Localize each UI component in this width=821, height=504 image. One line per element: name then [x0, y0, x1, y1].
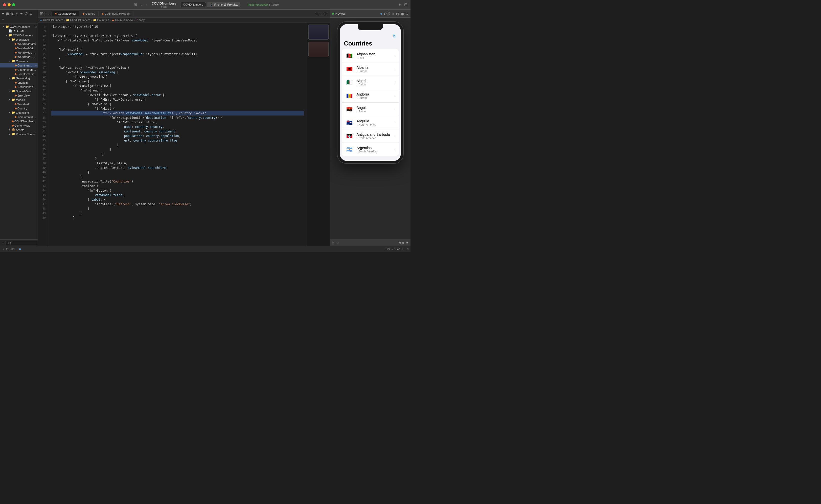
warning-icon[interactable]: △: [15, 11, 19, 16]
maximize-button[interactable]: [12, 3, 15, 6]
mini-thumb-1[interactable]: [308, 25, 329, 40]
sidebar-item-worldwide-folder[interactable]: ▾ 📁 Worldwide: [0, 37, 38, 42]
preview-list-icon[interactable]: ≡: [336, 241, 338, 244]
assets-label: Assets: [16, 128, 37, 131]
fullscreen-icon[interactable]: ⊞: [325, 12, 328, 16]
sidebar-item-covidapp[interactable]: ◆ COVIDNumbersApp: [0, 119, 38, 123]
sidebar-item-contentview[interactable]: ◆ ContentView: [0, 123, 38, 128]
sidebar-item-sharedview[interactable]: ▾ 📁 SharedView: [0, 89, 38, 93]
breadcrumb-countries[interactable]: Countries: [97, 18, 109, 21]
phone-country-item[interactable]: 🇦🇫 Afghanistan ↓ Asia ›: [342, 49, 399, 62]
sidebar-item-assets[interactable]: ▶ 📦 Assets: [0, 128, 38, 132]
sidebar-item-networking[interactable]: ▾ 📁 Networking: [0, 76, 38, 80]
tab-countriesviewmodel[interactable]: ◆ CountriesViewModel: [99, 11, 134, 16]
sidebar-item-networkmanager[interactable]: ◆ NetworkManager: [0, 85, 38, 89]
layout-icon[interactable]: ⊞: [404, 2, 407, 7]
sidebar-item-worldwideviewmodel[interactable]: ◆ WorldwideViewModel: [0, 46, 38, 50]
preview-inspect-icon[interactable]: ⓘ: [386, 11, 390, 16]
phone-country-item[interactable]: 🇦🇱 Albania ↓ Europe ›: [342, 62, 399, 76]
worldwideview-label: WorldwideView: [17, 42, 37, 45]
source-icon[interactable]: ⊗: [29, 11, 33, 16]
sidebar-item-models[interactable]: ▾ 📁 Models: [0, 98, 38, 102]
country-info: Antigua and Barbuda ↓ North America: [357, 132, 392, 140]
status-add-icon[interactable]: ＋: [2, 247, 5, 251]
sidebar-item-worldwidelistrow[interactable]: ◆ WorldwideListRow: [0, 55, 38, 59]
back-button[interactable]: ‹: [141, 3, 142, 7]
build-status: Build Succeeded | 0.039s: [247, 3, 279, 6]
sidebar-item-countries-folder[interactable]: ▾ 📁 Countries: [0, 59, 38, 63]
search-icon[interactable]: ⊕: [10, 11, 14, 16]
phone-top-bar: ↻: [340, 31, 401, 39]
breadcrumb-covidnumbers2[interactable]: COVIDNumbers: [70, 18, 90, 21]
add-icon[interactable]: ＋: [398, 2, 402, 7]
phone-country-item[interactable]: 🇦🇬 Antigua and Barbuda ↓ North America ›: [342, 129, 399, 143]
sidebar-item-worldwideview[interactable]: ◆ WorldwideView: [0, 42, 38, 46]
sidebar-item-countriesview[interactable]: ◆ CountriesView M: [0, 63, 38, 67]
readme-label: README: [13, 30, 37, 33]
breadcrumb-body[interactable]: body: [139, 18, 145, 21]
countriesviewmodel-tab-icon: ◆: [102, 12, 104, 15]
country-info: Algeria ↓ Africa: [357, 79, 392, 86]
tab-covidnumbers[interactable]: COVIDNumbers: [180, 2, 206, 7]
phone-country-item[interactable]: 🇦🇮 Anguilla ↓ North America ›: [342, 116, 399, 129]
sidebar-item-countrieslistrow[interactable]: ◆ CountriesListRow: [0, 72, 38, 76]
test-icon[interactable]: ◈: [20, 11, 23, 16]
status-grid-icon[interactable]: ⊡: [6, 248, 8, 250]
root-badge: M: [35, 26, 37, 28]
layout-options-icon[interactable]: ≡: [321, 12, 323, 16]
split-editor-icon[interactable]: ⊡: [315, 12, 318, 16]
sidebar-item-preview-content[interactable]: ▶ 📁 Preview Content: [0, 132, 38, 136]
editor-back-btn[interactable]: ‹: [45, 12, 47, 16]
minimize-button[interactable]: [8, 3, 11, 6]
preview-duplicate-icon[interactable]: ⊡: [396, 12, 399, 16]
phone-country-item[interactable]: 🇦🇩 Andorra ↓ Europe ›: [342, 89, 399, 103]
breadcrumb-countriesview[interactable]: CountriesView: [115, 18, 133, 21]
preview-more-icon[interactable]: ⊕: [405, 12, 408, 16]
settings-icon[interactable]: ≡: [2, 17, 5, 22]
preview-display-icon[interactable]: ▣: [401, 12, 404, 16]
breadcrumb-covidnumbers[interactable]: COVIDNumbers: [43, 18, 63, 21]
endpoint-label: Endpoint: [17, 81, 37, 84]
phone-country-item[interactable]: 🇩🇿 Algeria ↓ Africa ›: [342, 76, 399, 89]
status-layout-icon[interactable]: ⊡: [406, 248, 408, 250]
debug-icon[interactable]: ⬡: [24, 11, 28, 16]
zoom-fit-icon[interactable]: ⊞: [406, 241, 408, 244]
preview-star-icon[interactable]: ☆: [332, 241, 334, 244]
folder-icon[interactable]: ≡: [2, 11, 5, 16]
layout-split-icon[interactable]: ⊞: [40, 11, 43, 16]
filter-input[interactable]: [6, 241, 38, 245]
sidebar-item-extensions[interactable]: ▾ 📁 Extensions: [0, 110, 38, 115]
sidebar-item-timeinterval[interactable]: ◆ TimeInterval+String: [0, 115, 38, 119]
tab-countriesview[interactable]: ◆ CountriesView: [52, 11, 79, 16]
sidebar-item-endpoint[interactable]: ◆ Endpoint: [0, 80, 38, 85]
editor-forward-btn[interactable]: ›: [49, 12, 50, 16]
sidebar-item-worldwide-model[interactable]: ◆ Worldwide: [0, 102, 38, 106]
sidebar-item-country-model[interactable]: ◆ Country: [0, 106, 38, 110]
preview-back-icon[interactable]: ‹: [384, 12, 385, 16]
traffic-lights: [3, 3, 15, 6]
grid-icon[interactable]: ⊡: [6, 11, 9, 16]
country-info: Argentina ↓ South America: [357, 146, 392, 153]
add-file-icon[interactable]: ＋: [2, 241, 5, 245]
sidebar-item-countriesviewmodel[interactable]: ◆ CountriesViewModel: [0, 67, 38, 72]
sidebar-item-covidnumbers-root[interactable]: ▾ 📁 COVIDNumbers M: [0, 25, 38, 29]
sidebar-item-covidnumbers-folder[interactable]: ▾ 📁 COVIDNumbers: [0, 33, 38, 37]
sidebar-item-errorview[interactable]: ◆ ErrorView: [0, 93, 38, 98]
continent-arrow-icon: ↓: [357, 83, 358, 86]
filter-label: Filter: [10, 248, 15, 250]
sidebar-toggle-icon[interactable]: ⊞: [134, 2, 137, 7]
mini-thumb-2[interactable]: [308, 42, 329, 57]
preview-share-icon[interactable]: ⬆: [392, 12, 395, 16]
code-content[interactable]: "kw">import "type">SwiftUI "kw">struct "…: [48, 22, 307, 246]
refresh-button-icon[interactable]: ↻: [393, 33, 397, 39]
sidebar-item-worldwidelistview[interactable]: ◆ WorldwideListView: [0, 50, 38, 55]
phone-country-item[interactable]: 🇦🇴 Angola ↓ Africa ›: [342, 103, 399, 116]
forward-button[interactable]: ›: [146, 3, 148, 7]
tab-iphone[interactable]: 📱 iPhone 13 Pro Max: [207, 2, 241, 7]
preview-refresh-icon[interactable]: ●: [380, 12, 382, 16]
code-editor[interactable]: 8910111213141516171819202122232425262728…: [38, 22, 307, 246]
close-button[interactable]: [3, 3, 6, 6]
phone-country-item[interactable]: 🇦🇷 Argentina ↓ South America ›: [342, 143, 399, 156]
tab-country[interactable]: ◆ Country: [79, 11, 99, 16]
sidebar-item-readme[interactable]: 📄 README: [0, 29, 38, 33]
